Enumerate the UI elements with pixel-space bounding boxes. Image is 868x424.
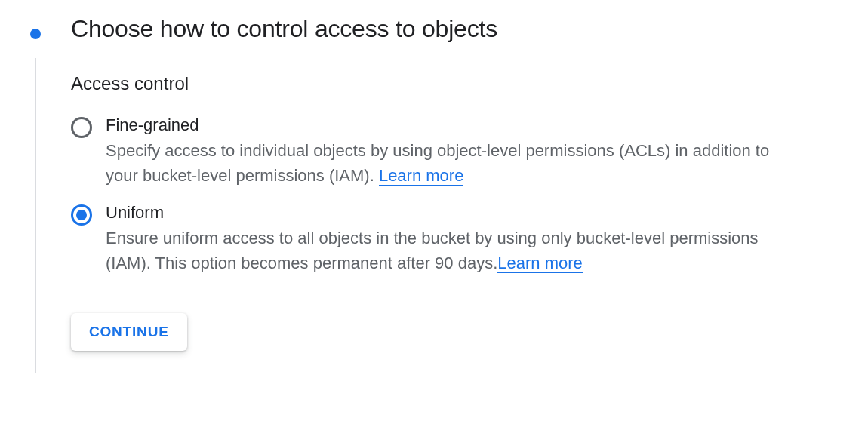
step-bullet-icon [30,29,41,39]
radio-label: Uniform [106,203,800,223]
access-control-radio-group: Fine-grained Specify access to individua… [71,115,838,275]
section-title: Access control [71,73,838,94]
radio-description-text: Ensure uniform access to all objects in … [106,229,759,272]
continue-button[interactable]: CONTINUE [71,313,187,351]
radio-description: Specify access to individual objects by … [106,141,769,186]
radio-icon [71,117,92,138]
step-title: Choose how to control access to objects [71,15,838,43]
radio-description: Ensure uniform access to all objects in … [106,229,759,273]
radio-option-fine-grained[interactable]: Fine-grained Specify access to individua… [71,115,838,188]
step-container: Choose how to control access to objects … [30,15,838,373]
radio-label: Fine-grained [106,115,800,135]
radio-text: Uniform Ensure uniform access to all obj… [106,203,800,275]
radio-text: Fine-grained Specify access to individua… [106,115,800,188]
radio-option-uniform[interactable]: Uniform Ensure uniform access to all obj… [71,203,838,275]
step-content: Choose how to control access to objects … [71,15,838,373]
learn-more-link[interactable]: Learn more [497,253,583,273]
radio-icon-selected [71,204,92,226]
step-body: Access control Fine-grained Specify acce… [35,58,838,373]
learn-more-link[interactable]: Learn more [379,166,464,186]
